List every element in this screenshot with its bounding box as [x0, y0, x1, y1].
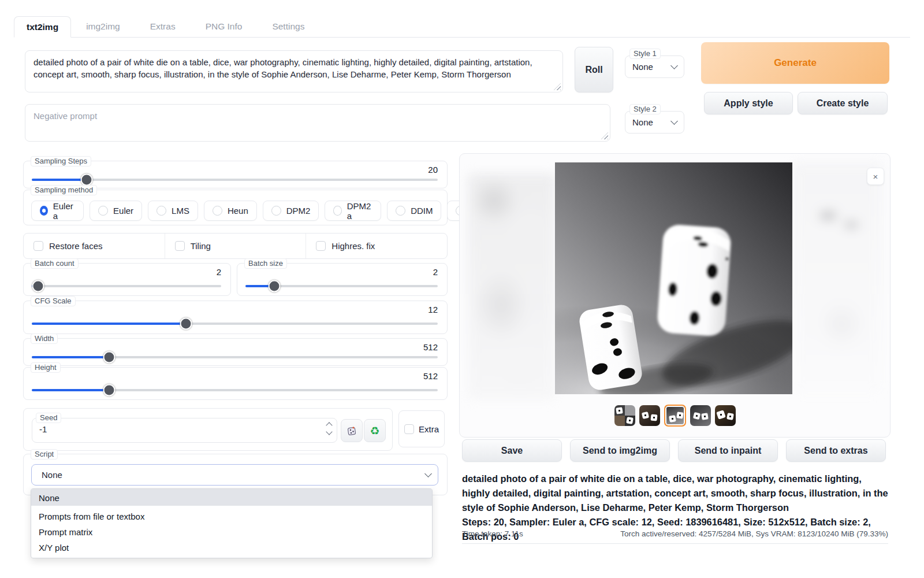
sampling-method-group: Sampling method Euler a Euler LMS Heun D… — [23, 190, 448, 225]
height-group: Height 512 — [23, 367, 448, 400]
cfg-scale-slider[interactable] — [32, 323, 438, 325]
cfg-scale-group: CFG Scale 12 — [23, 301, 448, 334]
cfg-scale-value: 12 — [428, 305, 438, 314]
tab-txt2img[interactable]: txt2img — [14, 16, 71, 38]
gallery-thumbnails — [460, 405, 890, 427]
batch-size-group: Batch size 2 — [237, 263, 448, 296]
script-option-xy-plot[interactable]: X/Y plot — [31, 540, 432, 558]
radio-icon — [333, 206, 341, 216]
seed-stepper[interactable] — [327, 423, 331, 434]
create-style-button[interactable]: Create style — [798, 92, 888, 114]
batch-count-label: Batch count — [31, 258, 79, 269]
radio-selected-icon — [40, 206, 48, 216]
gallery-thumbnail-2[interactable] — [639, 405, 660, 426]
script-value: None — [39, 470, 62, 480]
sampler-euler[interactable]: Euler — [90, 201, 142, 221]
script-select[interactable]: None — [31, 464, 438, 486]
width-value: 512 — [423, 342, 438, 352]
sampler-ddim[interactable]: DDIM — [387, 201, 441, 221]
cfg-scale-label: CFG Scale — [31, 296, 76, 306]
sampler-euler-a[interactable]: Euler a — [31, 201, 84, 221]
script-option-none[interactable]: None — [31, 489, 432, 506]
radio-icon — [157, 206, 166, 216]
apply-style-button[interactable]: Apply style — [704, 92, 793, 114]
radio-icon — [396, 206, 405, 216]
output-prompt-text: detailed photo of a pair of white die on… — [462, 472, 889, 515]
radio-icon — [271, 206, 281, 216]
height-value: 512 — [423, 371, 438, 381]
width-label: Width — [31, 334, 58, 344]
txt2img-page: txt2img img2img Extras PNG Info Settings… — [0, 0, 924, 578]
sampler-lms[interactable]: LMS — [148, 201, 198, 221]
send-to-extras-button[interactable]: Send to extras — [786, 439, 886, 462]
seed-label: Seed — [36, 413, 61, 423]
batch-size-slider[interactable] — [245, 285, 438, 287]
sampler-heun[interactable]: Heun — [204, 201, 257, 221]
script-option-prompt-matrix[interactable]: Prompt matrix — [31, 524, 432, 540]
dice-icon — [346, 425, 357, 436]
batch-count-value: 2 — [217, 267, 221, 277]
style2-label: Style 2 — [629, 104, 661, 114]
chevron-down-icon — [670, 62, 678, 69]
gallery-thumbnail-1[interactable] — [614, 405, 635, 426]
width-group: Width 512 — [23, 338, 448, 366]
highres-fix-label: Highres. fix — [331, 241, 375, 251]
gallery-neighbor-left[interactable] — [468, 173, 556, 400]
tab-settings[interactable]: Settings — [257, 16, 319, 37]
sampler-dpm2[interactable]: DPM2 — [263, 201, 319, 221]
extra-checkbox[interactable] — [404, 424, 414, 434]
generated-image[interactable] — [555, 162, 792, 394]
roll-button[interactable]: Roll — [575, 47, 613, 92]
stepper-down-icon — [326, 428, 332, 435]
script-label: Script — [31, 449, 58, 460]
seed-group: Seed -1 ♻ — [23, 408, 393, 451]
extra-seed-group: Extra — [398, 410, 445, 447]
height-label: Height — [31, 362, 61, 373]
script-dropdown-menu: None Prompts from file or textbox Prompt… — [31, 488, 433, 558]
toggles-group: Restore faces Tiling Highres. fix — [23, 233, 448, 259]
tiling-label: Tiling — [191, 241, 211, 251]
sampling-steps-label: Sampling Steps — [31, 156, 91, 166]
chevron-down-icon — [670, 117, 678, 125]
height-slider[interactable] — [32, 389, 438, 391]
stepper-up-icon — [326, 422, 332, 428]
gallery-close-button[interactable]: × — [867, 168, 884, 185]
chevron-down-icon — [424, 470, 432, 477]
style1-value: None — [632, 62, 653, 72]
vram-stats-text: Torch active/reserved: 4257/5284 MiB, Sy… — [620, 529, 888, 538]
sampling-steps-slider[interactable] — [32, 179, 438, 181]
sampling-method-label: Sampling method — [31, 185, 97, 195]
tab-img2img[interactable]: img2img — [71, 16, 135, 37]
highres-fix-checkbox[interactable] — [316, 241, 326, 251]
save-button[interactable]: Save — [462, 439, 562, 462]
gallery-thumbnail-3-selected[interactable] — [664, 405, 686, 427]
radio-icon — [213, 206, 222, 216]
restore-faces-checkbox[interactable] — [33, 241, 43, 251]
random-seed-button[interactable] — [341, 419, 363, 442]
sampler-dpm2-a[interactable]: DPM2 a — [325, 201, 381, 221]
sampling-steps-group: Sampling Steps 20 — [23, 161, 448, 188]
gallery-thumbnail-5[interactable] — [715, 405, 736, 426]
sampling-steps-value: 20 — [428, 165, 438, 175]
seed-input[interactable]: -1 — [39, 424, 47, 434]
tab-extras[interactable]: Extras — [135, 16, 191, 37]
result-gallery: × — [459, 153, 891, 438]
gallery-neighbor-right[interactable] — [792, 162, 882, 394]
batch-count-slider[interactable] — [32, 285, 221, 287]
negative-prompt-input[interactable] — [25, 104, 610, 142]
prompt-input[interactable]: detailed photo of a pair of white die on… — [25, 50, 563, 92]
tab-bar: txt2img img2img Extras PNG Info Settings — [14, 16, 910, 38]
tiling-checkbox[interactable] — [175, 241, 185, 251]
width-slider[interactable] — [32, 356, 438, 358]
batch-count-group: Batch count 2 — [23, 263, 231, 296]
tab-png-info[interactable]: PNG Info — [191, 16, 258, 37]
style1-label: Style 1 — [629, 49, 661, 59]
batch-size-value: 2 — [433, 267, 438, 277]
send-to-inpaint-button[interactable]: Send to inpaint — [678, 439, 778, 462]
send-to-img2img-button[interactable]: Send to img2img — [570, 439, 670, 462]
script-option-prompts-from-file[interactable]: Prompts from file or textbox — [31, 509, 432, 524]
reuse-seed-button[interactable]: ♻ — [364, 419, 386, 442]
generate-button[interactable]: Generate — [701, 42, 889, 84]
restore-faces-label: Restore faces — [49, 241, 103, 251]
gallery-thumbnail-4[interactable] — [690, 405, 711, 426]
